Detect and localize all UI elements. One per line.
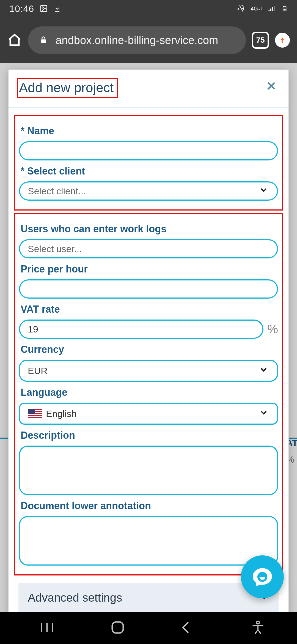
status-bar: 10:46 4G ↓↑ (0, 0, 297, 17)
users-label: Users who can enter work logs (21, 223, 278, 235)
vat-label: VAT rate (21, 304, 278, 315)
chat-fab[interactable] (241, 555, 284, 598)
svg-rect-2 (269, 10, 270, 11)
vat-unit: % (267, 322, 278, 336)
advanced-settings-toggle[interactable]: Advanced settings (18, 583, 279, 613)
name-label: Name (21, 125, 278, 137)
doc-annotation-label: Document lower annotation (21, 500, 278, 512)
currency-select[interactable]: EUR (19, 360, 278, 382)
tab-count: 75 (256, 36, 265, 45)
details-fields-highlight: Users who can enter work logs Select use… (14, 213, 283, 575)
vibrate-icon (237, 4, 245, 13)
svg-rect-3 (270, 9, 271, 11)
client-label: Select client (21, 165, 278, 177)
currency-value: EUR (28, 365, 48, 376)
browser-update-icon[interactable] (275, 33, 290, 48)
chevron-down-icon (259, 365, 269, 377)
users-select-placeholder: Select user... (28, 244, 82, 254)
svg-rect-8 (284, 9, 285, 10)
home-icon[interactable] (7, 33, 22, 48)
svg-point-1 (42, 7, 43, 8)
image-icon (40, 4, 48, 13)
svg-point-15 (257, 621, 259, 624)
browser-toolbar: andbox.online-billing-service.com 75 (0, 17, 297, 63)
advanced-settings-label: Advanced settings (28, 591, 122, 604)
price-label: Price per hour (21, 263, 278, 275)
name-input[interactable] (19, 141, 278, 160)
recents-icon[interactable] (39, 621, 55, 635)
add-project-modal: Add new project ✕ Name Select client Sel… (8, 69, 289, 613)
modal-title-highlight: Add new project (17, 78, 118, 98)
battery-icon (282, 4, 288, 13)
vat-input[interactable] (19, 320, 263, 339)
language-label: Language (21, 387, 278, 398)
network-type: 4G ↓↑ (251, 6, 262, 11)
svg-rect-9 (41, 39, 46, 43)
svg-rect-14 (112, 622, 123, 633)
modal-title: Add new project (19, 80, 114, 95)
status-time: 10:46 (9, 3, 34, 14)
doc-annotation-textarea[interactable] (19, 516, 278, 566)
download-icon (53, 5, 61, 12)
network-label: 4G (251, 6, 258, 11)
svg-rect-7 (284, 6, 285, 7)
description-label: Description (21, 430, 278, 441)
system-nav-bar (0, 612, 297, 644)
chat-icon (251, 565, 274, 588)
chevron-down-icon (259, 408, 269, 420)
home-nav-icon[interactable] (111, 620, 125, 636)
language-value: English (46, 408, 77, 419)
close-icon[interactable]: ✕ (262, 78, 280, 94)
client-select[interactable]: Select client... (19, 181, 278, 201)
required-fields-highlight: Name Select client Select client... (14, 115, 283, 211)
chevron-down-icon (259, 185, 269, 197)
client-select-placeholder: Select client... (28, 186, 86, 197)
users-select[interactable]: Select user... (19, 239, 278, 258)
description-textarea[interactable] (19, 446, 278, 495)
back-icon[interactable] (180, 621, 191, 635)
us-flag-icon (28, 409, 42, 418)
language-select[interactable]: English (19, 403, 278, 425)
svg-rect-4 (272, 7, 273, 11)
url-text: andbox.online-billing-service.com (56, 34, 218, 47)
url-bar[interactable]: andbox.online-billing-service.com (28, 26, 246, 54)
currency-label: Currency (21, 344, 278, 355)
lock-icon (39, 36, 48, 45)
tab-count-badge[interactable]: 75 (252, 32, 269, 49)
price-input[interactable] (19, 279, 278, 299)
svg-rect-5 (274, 6, 275, 11)
signal-icon (268, 4, 276, 13)
accessibility-icon[interactable] (252, 620, 264, 636)
